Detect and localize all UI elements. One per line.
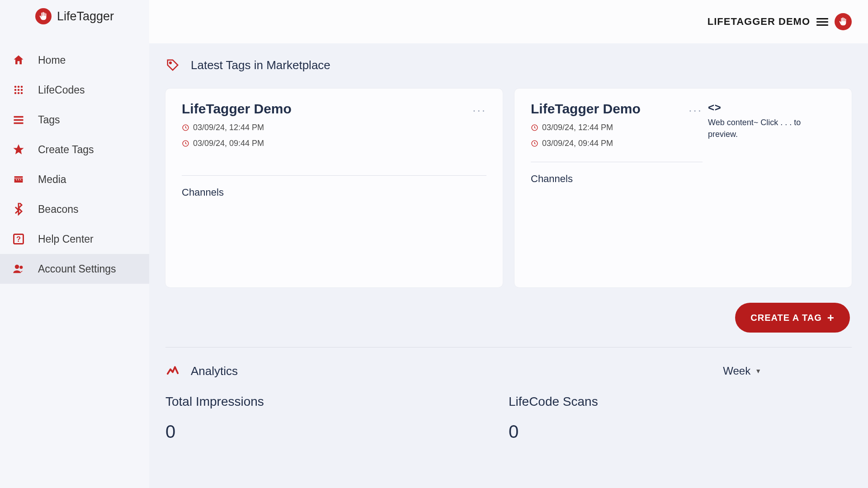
clock-icon: [182, 124, 189, 131]
svg-point-6: [14, 92, 17, 94]
sidebar-nav: Home LifeCodes Tags Create Tags Media Be…: [0, 33, 149, 284]
sidebar: LifeTagger Home LifeCodes Tags Create Ta…: [0, 0, 149, 488]
clock-icon: [531, 140, 538, 147]
app-name: LifeTagger: [57, 9, 114, 23]
card-more-icon[interactable]: ...: [689, 102, 703, 116]
hamburger-menu-icon[interactable]: [816, 18, 828, 26]
range-selector[interactable]: Week ▼: [723, 365, 852, 377]
clock-icon: [182, 140, 189, 147]
channels-label: Channels: [531, 173, 703, 185]
tag-icon: [165, 58, 180, 72]
sidebar-item-label: Create Tags: [38, 144, 94, 156]
clock-icon: [531, 124, 538, 131]
code-icon: < >: [708, 101, 829, 114]
timestamp: 03/09/24, 09:44 PM: [193, 139, 264, 148]
metric-total-impressions: Total Impressions 0: [165, 394, 509, 442]
sidebar-item-label: Tags: [38, 114, 60, 126]
tag-card: LifeTagger Demo ... 03/09/24, 12:44 PM 0…: [514, 89, 852, 287]
svg-point-15: [19, 266, 23, 269]
metric-value: 0: [165, 422, 509, 442]
sidebar-item-media[interactable]: Media: [0, 164, 149, 194]
metric-value: 0: [509, 422, 852, 442]
timestamp-row: 03/09/24, 09:44 PM: [182, 139, 486, 148]
timestamp-row: 03/09/24, 12:44 PM: [182, 123, 486, 132]
create-tag-row: CREATE A TAG +: [165, 287, 852, 347]
preview-text: Web content~ Click . . . to preview.: [708, 117, 829, 140]
divider: [531, 162, 703, 162]
preview-column: < > Web content~ Click . . . to preview.: [703, 101, 829, 275]
chevron-down-icon: ▼: [755, 367, 761, 375]
hand-icon: [35, 8, 52, 24]
help-icon: ?: [12, 232, 25, 246]
svg-point-4: [18, 89, 20, 91]
timestamp-row: 03/09/24, 09:44 PM: [531, 139, 703, 148]
card-more-icon[interactable]: ...: [472, 102, 486, 116]
tag-card: LifeTagger Demo ... 03/09/24, 12:44 PM 0…: [165, 89, 503, 287]
tag-cards: LifeTagger Demo ... 03/09/24, 12:44 PM 0…: [165, 89, 852, 287]
svg-rect-9: [14, 116, 24, 118]
svg-point-14: [15, 265, 19, 269]
sidebar-item-label: Account Settings: [38, 263, 116, 275]
sidebar-item-label: LifeCodes: [38, 84, 85, 96]
menu-lines-icon: [12, 113, 25, 127]
metric-label: LifeCode Scans: [509, 394, 852, 409]
topbar: LIFETAGGER DEMO: [149, 0, 868, 43]
main: LIFETAGGER DEMO Latest Tags in Marketpla…: [149, 0, 868, 488]
analytics-title: Analytics: [191, 364, 238, 378]
avatar[interactable]: [835, 13, 852, 30]
metric-label: Total Impressions: [165, 394, 509, 409]
latest-tags-title: Latest Tags in Marketplace: [191, 58, 330, 72]
clapboard-icon: [12, 173, 25, 186]
sidebar-item-create-tags[interactable]: Create Tags: [0, 135, 149, 164]
timestamp-row: 03/09/24, 12:44 PM: [531, 123, 703, 132]
topbar-user-name: LIFETAGGER DEMO: [708, 16, 810, 28]
sidebar-item-account-settings[interactable]: Account Settings: [0, 254, 149, 284]
metric-lifecode-scans: LifeCode Scans 0: [509, 394, 852, 442]
sidebar-item-label: Beacons: [38, 203, 79, 216]
timestamp: 03/09/24, 09:44 PM: [542, 139, 613, 148]
sidebar-item-tags[interactable]: Tags: [0, 105, 149, 135]
metrics-row: Total Impressions 0 LifeCode Scans 0: [165, 394, 852, 442]
sidebar-item-label: Media: [38, 174, 66, 186]
sidebar-item-lifecodes[interactable]: LifeCodes: [0, 75, 149, 105]
sidebar-item-label: Help Center: [38, 233, 94, 245]
divider: [165, 347, 852, 347]
people-icon: [12, 262, 25, 276]
bluetooth-icon: [12, 202, 25, 216]
sidebar-item-beacons[interactable]: Beacons: [0, 194, 149, 224]
timestamp: 03/09/24, 12:44 PM: [193, 123, 264, 132]
sidebar-item-home[interactable]: Home: [0, 45, 149, 75]
svg-point-7: [18, 92, 20, 94]
star-icon: [12, 143, 25, 156]
latest-tags-header: Latest Tags in Marketplace: [165, 58, 852, 72]
sidebar-item-help-center[interactable]: ? Help Center: [0, 224, 149, 254]
timestamp: 03/09/24, 12:44 PM: [542, 123, 613, 132]
app-logo[interactable]: LifeTagger: [0, 0, 149, 33]
tag-card-title: LifeTagger Demo: [531, 101, 641, 117]
svg-text:?: ?: [16, 235, 21, 243]
plus-icon: +: [827, 312, 835, 324]
svg-point-0: [14, 86, 17, 88]
svg-rect-11: [14, 122, 24, 124]
svg-point-16: [170, 62, 171, 64]
svg-point-5: [21, 89, 23, 91]
divider: [182, 175, 486, 176]
svg-point-2: [21, 86, 23, 88]
range-label: Week: [723, 365, 750, 377]
svg-point-3: [14, 89, 17, 91]
svg-point-1: [18, 86, 20, 88]
analytics-icon: [165, 364, 180, 378]
create-tag-label: CREATE A TAG: [750, 313, 822, 323]
channels-label: Channels: [182, 187, 486, 198]
svg-rect-10: [14, 119, 24, 121]
grid-dots-icon: [12, 83, 25, 97]
content: Latest Tags in Marketplace LifeTagger De…: [149, 43, 868, 488]
sidebar-item-label: Home: [38, 54, 66, 66]
home-icon: [12, 53, 25, 67]
analytics-header: Analytics Week ▼: [165, 364, 852, 378]
create-tag-button[interactable]: CREATE A TAG +: [735, 303, 850, 333]
svg-point-8: [21, 92, 23, 94]
tag-card-title: LifeTagger Demo: [182, 101, 292, 117]
